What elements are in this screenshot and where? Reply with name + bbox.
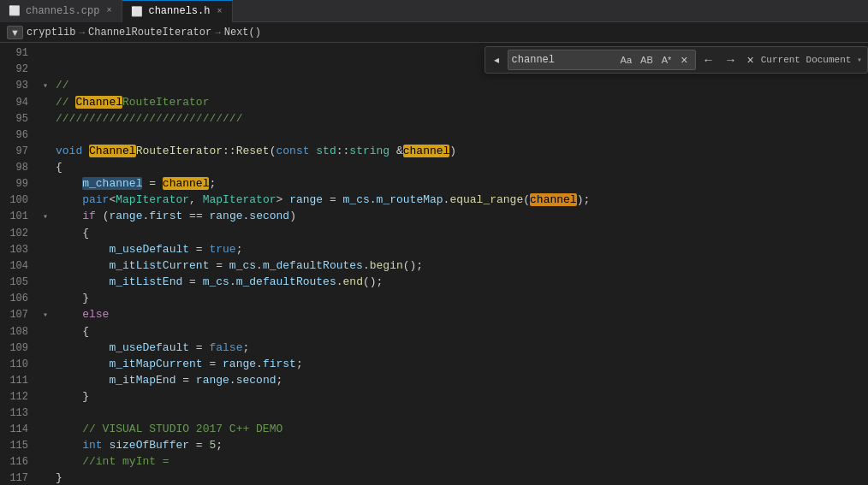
line-content: m_useDefault = false; — [52, 340, 868, 356]
editor-container: ◂ Aa AB A* × ← → × Current Document ▾ — [0, 43, 868, 485]
find-scope-arrow[interactable]: ▾ — [857, 56, 862, 65]
line-number: 101 — [0, 208, 39, 225]
find-dismiss-button[interactable]: × — [744, 51, 758, 68]
line-number: 91 — [0, 44, 39, 61]
table-row: 101 ▾ if (range.first == range.second) — [0, 208, 868, 225]
table-row: 105 m_itListEnd = m_cs.m_defaultRoutes.e… — [0, 274, 868, 290]
breadcrumb-file[interactable]: cryptlib — [27, 27, 76, 38]
fold-indicator — [39, 159, 52, 175]
line-content: //////////////////////////// — [52, 110, 868, 127]
table-row: 94 // ChannelRouteIterator — [0, 94, 868, 110]
breadcrumb-sep2: → — [215, 27, 221, 38]
line-content: m_itMapEnd = range.second; — [52, 372, 868, 388]
fold-indicator[interactable]: ▾ — [39, 208, 52, 225]
line-number: 112 — [0, 388, 39, 405]
line-number: 102 — [0, 225, 39, 241]
table-row: 96 — [0, 127, 868, 143]
table-row: 117 } — [0, 470, 868, 485]
fold-indicator — [39, 94, 52, 110]
line-content — [52, 405, 868, 421]
line-number: 103 — [0, 241, 39, 257]
line-number: 92 — [0, 61, 39, 77]
line-content: // VISUAL STUDIO 2017 C++ DEMO — [52, 421, 868, 437]
table-row: 104 m_itListCurrent = m_cs.m_defaultRout… — [0, 257, 868, 274]
line-content: else — [52, 306, 868, 323]
find-next-nav-button[interactable]: → — [722, 52, 740, 68]
fold-indicator — [39, 225, 52, 241]
line-number: 113 — [0, 405, 39, 421]
fold-indicator — [39, 143, 52, 159]
breadcrumb-method[interactable]: Next() — [224, 27, 261, 38]
fold-indicator[interactable]: ▾ — [39, 306, 52, 323]
line-number: 98 — [0, 159, 39, 175]
line-content: pair<MapIterator, MapIterator> range = m… — [52, 192, 868, 208]
breadcrumb-dropdown[interactable]: ▼ — [7, 26, 23, 39]
table-row: 114 // VISUAL STUDIO 2017 C++ DEMO — [0, 421, 868, 437]
fold-indicator — [39, 405, 52, 421]
table-row: 116 //int myInt = — [0, 453, 868, 470]
find-close-button[interactable]: × — [677, 51, 691, 68]
line-number: 117 — [0, 470, 39, 485]
line-content: } — [52, 290, 868, 306]
line-number: 109 — [0, 340, 39, 356]
fold-indicator — [39, 323, 52, 340]
line-number: 95 — [0, 110, 39, 127]
tab-close-cpp[interactable]: × — [104, 5, 113, 16]
line-content: m_channel = channel; — [52, 175, 868, 192]
find-input[interactable] — [512, 54, 615, 66]
line-number: 97 — [0, 143, 39, 159]
fold-indicator — [39, 470, 52, 485]
fold-indicator — [39, 61, 52, 77]
tab-channels-cpp[interactable]: ⬜ channels.cpp × — [0, 0, 122, 22]
table-row: 103 m_useDefault = true; — [0, 241, 868, 257]
find-widget: ◂ Aa AB A* × ← → × Current Document ▾ — [485, 46, 868, 74]
tab-channels-h[interactable]: ⬜ channels.h × — [122, 0, 233, 22]
table-row: 99 m_channel = channel; — [0, 175, 868, 192]
breadcrumb-method-label: Next() — [224, 27, 261, 38]
find-match-case-button[interactable]: Aa — [618, 54, 634, 66]
line-number: 115 — [0, 437, 39, 453]
table-row: 98 { — [0, 159, 868, 175]
line-number: 110 — [0, 356, 39, 372]
tab-label-h: channels.h — [148, 5, 210, 17]
code-lines: 91 92 93 ▾ // 94 — [0, 44, 868, 485]
fold-indicator — [39, 340, 52, 356]
editor-main: ◂ Aa AB A* × ← → × Current Document ▾ — [0, 43, 868, 485]
fold-indicator — [39, 437, 52, 453]
line-content: void ChannelRouteIterator::Reset(const s… — [52, 143, 868, 159]
fold-indicator — [39, 388, 52, 405]
fold-indicator — [39, 127, 52, 143]
line-number: 105 — [0, 274, 39, 290]
table-row: 97 void ChannelRouteIterator::Reset(cons… — [0, 143, 868, 159]
line-content: m_useDefault = true; — [52, 241, 868, 257]
breadcrumb-class[interactable]: ChannelRouteIterator — [88, 27, 211, 38]
line-content: m_itMapCurrent = range.first; — [52, 356, 868, 372]
fold-indicator — [39, 453, 52, 470]
fold-indicator — [39, 241, 52, 257]
line-number: 94 — [0, 94, 39, 110]
table-row: 111 m_itMapEnd = range.second; — [0, 372, 868, 388]
code-scroll[interactable]: 91 92 93 ▾ // 94 — [0, 43, 868, 485]
line-content: { — [52, 225, 868, 241]
find-input-container: Aa AB A* × — [508, 50, 696, 70]
line-number: 104 — [0, 257, 39, 274]
line-number: 96 — [0, 127, 39, 143]
table-row: 95 //////////////////////////// — [0, 110, 868, 127]
find-whole-word-button[interactable]: AB — [638, 54, 656, 66]
h-file-icon: ⬜ — [131, 6, 143, 17]
find-regex-button[interactable]: A* — [659, 54, 675, 66]
find-prev-button[interactable]: ◂ — [490, 53, 502, 67]
line-content: // ChannelRouteIterator — [52, 94, 868, 110]
fold-indicator[interactable]: ▾ — [39, 77, 52, 94]
fold-indicator — [39, 274, 52, 290]
table-row: 112 } — [0, 388, 868, 405]
find-prev-nav-button[interactable]: ← — [699, 52, 718, 68]
line-content: m_itListCurrent = m_cs.m_defaultRoutes.b… — [52, 257, 868, 274]
table-row: 107 ▾ else — [0, 306, 868, 323]
line-number: 107 — [0, 306, 39, 323]
fold-indicator — [39, 356, 52, 372]
find-scope-label: Current Document ▾ — [761, 55, 862, 65]
tab-close-h[interactable]: × — [215, 6, 223, 17]
table-row: 102 { — [0, 225, 868, 241]
fold-indicator — [39, 110, 52, 127]
